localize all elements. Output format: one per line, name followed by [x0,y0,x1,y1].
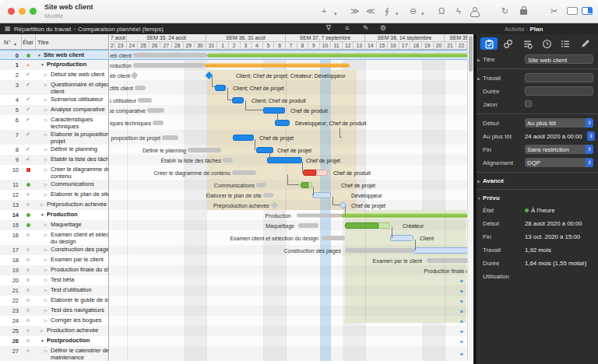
resource-icon[interactable] [470,7,478,16]
offscreen-task-marker[interactable]: » [460,327,463,334]
task-title[interactable]: Examen client et sélection du design [51,232,109,245]
gantt-row[interactable]: Établir la liste des tâchesChef de proje… [110,155,467,165]
dropdown-arrows-icon[interactable]: ⇕ [586,118,593,128]
disclosure-triangle[interactable]: ▼ [40,338,44,343]
gantt-bar-planned[interactable] [133,63,205,68]
toggle-right-panel-button[interactable] [582,7,593,15]
sync-icon[interactable]: ↻ [501,5,508,16]
disclosure-triangle[interactable]: ▷ [44,257,47,262]
vertical-scrollbar[interactable] [467,34,473,361]
alert-icon[interactable]: Ω [438,5,445,16]
table-row[interactable]: 14▼Production [0,210,109,220]
table-row[interactable]: 26▼Postproduction [0,336,109,346]
gantt-milestone[interactable] [131,72,139,79]
gantt-bar-planned[interactable] [322,236,345,240]
table-row[interactable]: 4✓▷Scénarios utilisateur [0,95,109,105]
table-row[interactable]: 7✓▷Élaborer la proposition de projet [0,130,109,145]
table-row[interactable]: 24▷Corriger les bogues [0,316,109,326]
gantt-milestone[interactable] [271,201,279,209]
gantt-row[interactable]: Analyse comparativeChef de produit [110,105,467,115]
gantt-bar-actual[interactable] [308,182,312,188]
table-row[interactable]: 9✓▷Établir la liste des tâches [0,155,109,165]
gantt-summary-bar[interactable] [341,213,467,217]
disclosure-triangle[interactable]: ▷ [44,308,47,313]
breadcrumb[interactable]: Répartition du travail›Comparaison plan/… [14,26,164,33]
gantt-row[interactable]: Site web client [110,50,467,60]
disclosure-triangle[interactable]: ▷ [44,82,47,87]
section-disclosure-icon[interactable]: ▶ [477,179,480,184]
gantt-bar-planned[interactable] [223,158,233,163]
format-icon[interactable]: ≡ [345,24,349,32]
disclosure-triangle[interactable]: ▷ [40,328,44,333]
add-icon[interactable]: + [322,5,326,16]
table-row[interactable]: 13▷Préproduction achevée [0,200,109,210]
cut-icon[interactable]: ✂ [551,5,558,16]
section-header[interactable]: ▼Prévu [477,192,598,204]
gantt-row[interactable]: » [110,275,467,285]
gantt-bar-actual[interactable] [301,182,308,188]
table-row[interactable]: 8✓▷Définir le planning [0,145,109,155]
gantt-row[interactable]: Questionnaire et objectifs clientClient;… [110,80,467,95]
gantt-row[interactable]: Préproduction [110,60,467,70]
task-title[interactable]: Établir la liste des tâches [51,156,109,163]
minimize-button[interactable] [19,8,26,15]
offscreen-task-marker[interactable]: » [460,338,463,345]
gantt-bar-planned[interactable] [133,53,207,58]
lock-icon[interactable] [520,9,527,15]
gantt-bar-actual[interactable] [215,85,226,91]
disclosure-triangle[interactable]: ▷ [44,268,47,272]
table-row[interactable]: 0▼Site web client [0,50,109,60]
disclosure-triangle[interactable]: ▷ [44,72,47,77]
table-row[interactable]: 1▲▼Préproduction [0,60,109,70]
offscreen-task-marker[interactable]: » [460,317,463,324]
table-row[interactable]: 3✓▷Questionnaire et objectifs client [0,80,109,95]
gantt-bar-actual[interactable] [263,107,285,114]
gantt-bar-planned[interactable] [345,248,413,253]
disclosure-triangle[interactable]: ▼ [40,62,44,67]
table-row[interactable]: 23▷Test des navigateurs [0,306,109,316]
indent-icon[interactable]: ≫ [350,5,360,16]
filter-icon[interactable]: ∇ [326,24,331,32]
task-title[interactable]: Créer le diagramme de contenu [51,166,109,180]
gantt-bar-planned[interactable] [135,86,146,90]
text-field[interactable] [525,86,593,96]
disclosure-triangle[interactable]: ▷ [44,167,47,172]
gantt-row[interactable]: Élaborer la proposition de projetChef de… [110,130,467,145]
section-header[interactable]: ▶Avancé [477,175,598,187]
dropdown[interactable]: Au plus tôt⇕ [525,118,593,128]
gantt-bar-actual[interactable] [345,222,378,229]
gantt-bar-actual[interactable] [233,135,254,141]
tab-plan[interactable] [558,37,575,50]
disclosure-triangle[interactable]: ▷ [44,298,47,303]
disclosure-triangle[interactable]: ▷ [44,182,47,187]
attach-chevron-icon[interactable]: ▾ [396,9,399,19]
disclosure-triangle[interactable]: ▷ [44,288,47,292]
offscreen-task-marker[interactable]: » [460,277,463,284]
tab-finance[interactable] [519,37,536,50]
disclosure-triangle[interactable]: ▷ [44,97,47,102]
activity-menu[interactable]: Activité : Plan [505,26,543,33]
table-row[interactable]: 18▷Examen par le client [0,255,109,265]
offscreen-task-marker[interactable]: » [460,297,463,304]
table-row[interactable]: 19▷Production finale du site [0,265,109,275]
disclosure-triangle[interactable]: ▷ [44,147,47,152]
milestone-checkbox[interactable] [525,100,532,107]
gantt-row[interactable]: » [110,346,467,361]
gantt-bar-planned[interactable] [138,98,152,103]
task-title[interactable]: Production finale du site [51,267,109,274]
table-row[interactable]: 22▷Élaborer le guide de style [0,296,109,306]
table-row[interactable]: 20▷Test bêta [0,275,109,285]
gantt-row[interactable]: Préproduction achevéeChef de projet [110,200,467,210]
table-row[interactable]: 12▷Élaborer le plan de site [0,190,109,200]
task-title[interactable]: Scénarios utilisateur [51,96,109,103]
settings-icon[interactable]: ⚙ [380,24,386,32]
dropdown[interactable]: Sans restriction⇕ [525,145,593,154]
gantt-bar-actual[interactable] [312,192,331,198]
task-title[interactable]: Communications [51,181,109,188]
task-title[interactable]: Production achevée [47,327,109,334]
gantt-row[interactable]: » [110,306,467,316]
task-title[interactable]: Caractéristiques techniques [51,117,109,130]
gantt-bar-planned[interactable] [188,148,221,152]
gantt-row[interactable]: » [110,336,467,346]
section-disclosure-icon[interactable]: ▼ [477,196,481,201]
